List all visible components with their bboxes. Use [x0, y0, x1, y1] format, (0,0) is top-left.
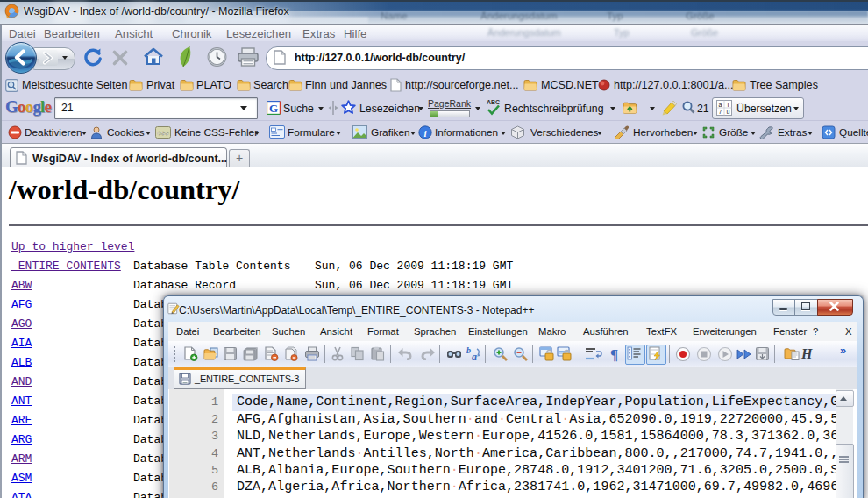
svg-text:G: G	[269, 102, 278, 115]
svg-text:b: b	[466, 345, 471, 355]
svg-text:ü: ü	[727, 109, 730, 115]
svg-text:7: 7	[719, 109, 722, 115]
svg-text:¶: ¶	[610, 346, 618, 362]
svg-text:css: css	[157, 129, 169, 137]
svg-text:a: a	[719, 102, 722, 108]
svg-text:a: a	[472, 351, 477, 362]
svg-text:í: í	[728, 102, 729, 108]
